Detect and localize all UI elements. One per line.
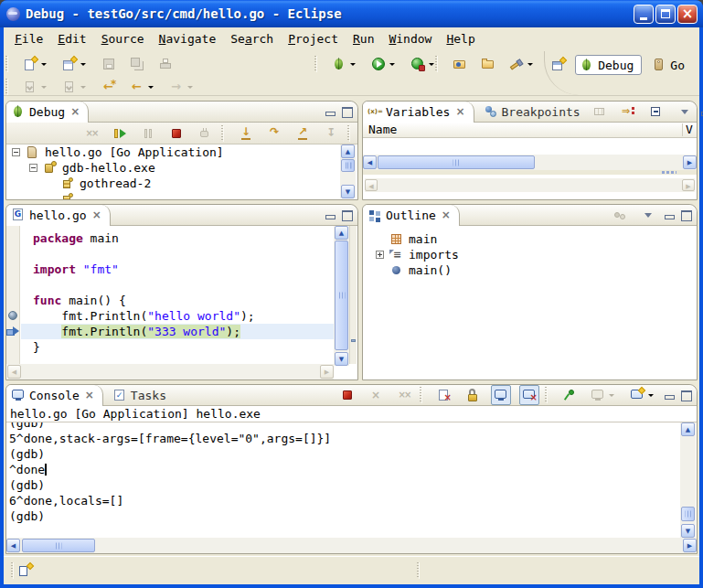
open-element-button[interactable]	[450, 54, 470, 74]
code-line-5[interactable]: func main() {	[21, 293, 334, 308]
dropdown-arrow-icon[interactable]	[527, 63, 533, 66]
close-tab-icon[interactable]: ×	[455, 106, 464, 117]
minimize-view-button[interactable]	[325, 209, 336, 220]
scroll-down-icon[interactable]: ▼	[681, 524, 695, 538]
fast-view-icon[interactable]	[18, 563, 33, 578]
external-tools-button[interactable]	[408, 54, 439, 74]
scroll-up-icon[interactable]: ▲	[335, 226, 348, 240]
step-into-button[interactable]	[236, 123, 256, 144]
tab-breakpoints[interactable]: Breakpoints	[474, 102, 590, 123]
column-value[interactable]: V	[686, 123, 696, 137]
clear-console-button[interactable]	[434, 385, 454, 405]
debug-button[interactable]	[329, 54, 360, 74]
pin-console-button[interactable]	[559, 385, 580, 405]
minimize-view-button[interactable]	[664, 390, 676, 401]
menu-window[interactable]: Window	[381, 27, 439, 51]
minimize-view-button[interactable]	[664, 209, 676, 220]
variables-table-body[interactable]	[363, 138, 697, 155]
close-tab-icon[interactable]: ×	[92, 209, 101, 220]
last-edit-location-button[interactable]	[99, 77, 119, 97]
debug-vscrollbar[interactable]: ▲ ▼	[340, 144, 356, 198]
statusbar-grip[interactable]	[417, 562, 420, 579]
back-button[interactable]	[127, 77, 158, 97]
tree-item-hello.go[interactable]: hello.go [Go Application]	[6, 144, 340, 160]
code-line-3[interactable]: import "fmt"	[21, 262, 334, 277]
dropdown-arrow-icon[interactable]	[80, 63, 86, 66]
code-line-8[interactable]: }	[21, 339, 334, 355]
scroll-left-icon[interactable]: ◀	[363, 155, 377, 169]
tab-outline[interactable]: Outline ×	[363, 205, 460, 226]
dropdown-arrow-icon[interactable]	[429, 63, 434, 66]
instruction-pointer-icon[interactable]	[6, 326, 19, 336]
tree-item-partial[interactable]	[6, 191, 340, 199]
scroll-lock-button[interactable]	[463, 385, 483, 405]
minimize-button[interactable]	[634, 5, 654, 24]
menu-run[interactable]: Run	[346, 27, 381, 51]
code-line-7[interactable]: fmt.Println("333 world");	[21, 324, 334, 339]
scroll-thumb[interactable]	[681, 507, 695, 521]
new-wizard-button[interactable]	[20, 54, 51, 74]
step-over-button[interactable]	[264, 123, 284, 144]
close-tab-icon[interactable]: ×	[70, 106, 80, 117]
maximize-view-button[interactable]	[341, 106, 353, 117]
collapse-all-button[interactable]	[646, 102, 666, 122]
expand-icon[interactable]	[376, 251, 384, 259]
step-return-button[interactable]	[293, 123, 313, 144]
close-tab-icon[interactable]: ×	[85, 390, 94, 401]
code-line-2[interactable]	[21, 246, 334, 262]
statusbar-grip[interactable]	[11, 562, 14, 579]
menu-source[interactable]: Source	[94, 27, 152, 51]
scroll-left-icon[interactable]: ◀	[6, 539, 20, 552]
maximize-button[interactable]	[655, 5, 676, 24]
run-button[interactable]	[368, 54, 399, 74]
tree-item-imports[interactable]: imports	[370, 247, 697, 262]
code-line-6[interactable]: fmt.Println("hello world");	[21, 308, 334, 324]
open-resource-button[interactable]	[478, 54, 498, 74]
new-project-button[interactable]	[59, 54, 91, 74]
dropdown-arrow-icon[interactable]	[648, 394, 654, 397]
scroll-thumb[interactable]	[335, 241, 348, 350]
show-stdout-button[interactable]	[491, 385, 511, 405]
breakpoint-icon[interactable]	[8, 311, 17, 320]
sash-grip-icon[interactable]	[662, 171, 676, 174]
menu-edit[interactable]: Edit	[50, 27, 93, 51]
maximize-view-button[interactable]	[680, 209, 692, 220]
column-name[interactable]: Name	[368, 123, 397, 137]
show-stderr-button[interactable]	[519, 385, 539, 405]
menu-file[interactable]: File	[7, 27, 50, 51]
maximize-view-button[interactable]	[341, 209, 353, 220]
outline-view-menu[interactable]	[638, 205, 658, 225]
search-button[interactable]	[506, 54, 538, 74]
collapse-icon[interactable]	[12, 148, 20, 156]
tree-item-main[interactable]: main	[370, 231, 697, 247]
code-line-4[interactable]	[21, 277, 334, 293]
dropdown-arrow-icon[interactable]	[41, 63, 47, 66]
variables-table-header[interactable]: Name V	[363, 123, 697, 138]
editor-vscrollbar[interactable]: ▲ ▼	[334, 226, 349, 366]
menu-project[interactable]: Project	[281, 27, 346, 51]
close-button[interactable]: ×	[677, 5, 698, 24]
scroll-up-icon[interactable]: ▲	[341, 144, 355, 158]
tab-variables[interactable]: Variables ×	[363, 102, 474, 123]
minimize-view-button[interactable]	[700, 106, 703, 117]
variables-hscrollbar[interactable]: ◀ ▶	[363, 155, 697, 170]
annotation-marker-icon[interactable]	[351, 339, 356, 342]
code-editor[interactable]: package mainimport "fmt"func main() { fm…	[21, 226, 334, 364]
menu-navigate[interactable]: Navigate	[152, 27, 224, 51]
dropdown-arrow-icon[interactable]	[350, 63, 356, 66]
editor-marker-bar[interactable]	[6, 226, 20, 364]
maximize-view-button[interactable]	[680, 390, 692, 401]
tab-tasks[interactable]: Tasks	[103, 385, 176, 406]
scroll-thumb[interactable]	[378, 155, 535, 169]
variables-view-menu[interactable]	[675, 102, 695, 122]
collapse-icon[interactable]	[29, 164, 37, 172]
menu-help[interactable]: Help	[439, 27, 482, 51]
variables-detail-pane[interactable]: ◀ ▶	[363, 175, 697, 199]
outline-tree[interactable]: mainimportsmain()	[363, 226, 697, 380]
scroll-thumb[interactable]	[22, 539, 95, 552]
scroll-right-icon[interactable]: ▶	[683, 539, 697, 552]
column-divider[interactable]	[682, 123, 683, 136]
terminate-button[interactable]	[166, 123, 186, 144]
code-line-1[interactable]: package main	[21, 230, 334, 246]
console-terminate-button[interactable]	[337, 385, 357, 405]
